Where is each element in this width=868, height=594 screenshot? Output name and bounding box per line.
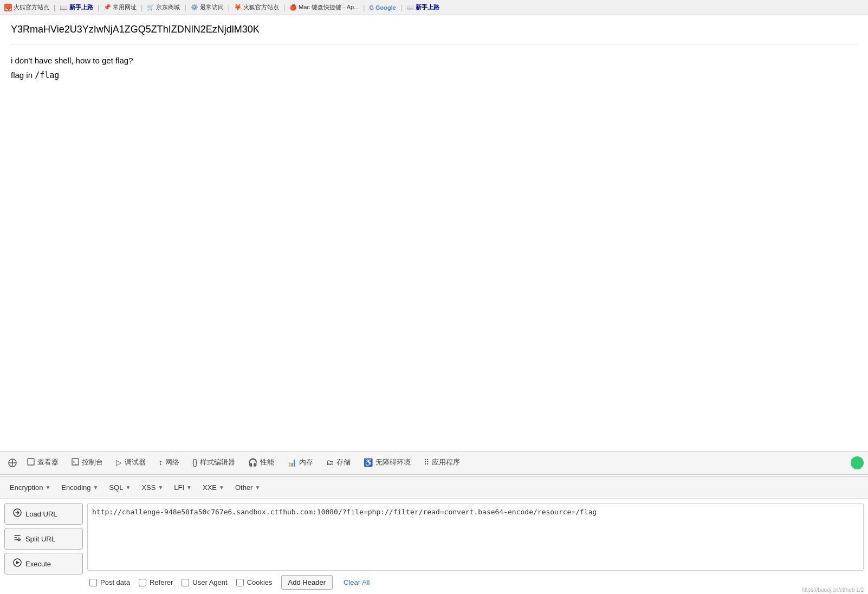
devtools-circle-icon[interactable] bbox=[851, 456, 864, 469]
devtools-bar: 查看器 >_ 控制台 ▷ 调试器 ↕ 网络 {} 样式编辑器 🎧 性能 📊 内存… bbox=[0, 451, 868, 475]
nav-item-2[interactable]: 📖 新手上路 bbox=[60, 3, 93, 11]
sql-chevron-icon: ▼ bbox=[125, 485, 131, 490]
encoding-label: Encoding bbox=[61, 483, 90, 492]
tab-console[interactable]: >_ 控制台 bbox=[65, 451, 109, 475]
xxe-dropdown[interactable]: XXE ▼ bbox=[197, 481, 230, 494]
xxe-label: XXE bbox=[203, 483, 217, 492]
xss-label: XSS bbox=[141, 483, 156, 492]
sql-label: SQL bbox=[109, 483, 123, 492]
sql-dropdown[interactable]: SQL ▼ bbox=[103, 481, 136, 494]
accessibility-icon: ♿ bbox=[364, 458, 373, 467]
watermark: https://buuoj.cn/ctfhub 1/2 bbox=[801, 587, 864, 593]
tab-inspector[interactable]: 查看器 bbox=[21, 451, 65, 475]
nav-item-9[interactable]: 📖 新手上路 bbox=[406, 3, 439, 11]
referer-checkbox-group[interactable]: Referer bbox=[139, 578, 173, 586]
encryption-label: Encryption bbox=[10, 483, 43, 492]
tab-storage[interactable]: 🗂 存储 bbox=[320, 451, 357, 475]
add-header-label: Add Header bbox=[288, 578, 326, 586]
style-editor-icon: {} bbox=[192, 458, 197, 467]
tab-console-label: 控制台 bbox=[82, 457, 103, 467]
tab-style-editor-label: 样式编辑器 bbox=[200, 457, 235, 467]
nav-item-4[interactable]: 🛒 京东商城 bbox=[147, 3, 180, 11]
tab-inspector-label: 查看器 bbox=[37, 457, 59, 467]
post-data-checkbox-group[interactable]: Post data bbox=[89, 578, 130, 586]
lfi-label: LFI bbox=[174, 483, 184, 492]
split-url-icon bbox=[12, 533, 22, 545]
hackbar-body: Load URL Split URL Execute bbox=[0, 499, 868, 594]
user-agent-checkbox-group[interactable]: User Agent bbox=[182, 578, 227, 586]
hackbar-right-panel: Post data Referer User Agent Cookies Add… bbox=[87, 503, 864, 590]
cookies-checkbox[interactable] bbox=[236, 579, 244, 586]
console-icon: >_ bbox=[72, 458, 79, 467]
flag-path: /flag bbox=[35, 70, 59, 80]
debugger-icon: ▷ bbox=[116, 458, 122, 467]
tab-performance-label: 性能 bbox=[260, 457, 274, 467]
nav-item-7[interactable]: 🍎 Mac 键盘快捷键 - Ap... bbox=[289, 3, 359, 11]
hackbar-toolbar: Encryption ▼ Encoding ▼ SQL ▼ XSS ▼ LFI … bbox=[0, 477, 868, 499]
xss-chevron-icon: ▼ bbox=[158, 485, 163, 490]
hackbar-left-panel: Load URL Split URL Execute bbox=[4, 503, 83, 590]
hackbar-footer: Post data Referer User Agent Cookies Add… bbox=[87, 575, 864, 590]
post-data-checkbox[interactable] bbox=[89, 579, 97, 586]
other-chevron-icon: ▼ bbox=[255, 485, 260, 490]
load-url-button[interactable]: Load URL bbox=[4, 503, 83, 525]
add-header-button[interactable]: Add Header bbox=[281, 575, 333, 590]
application-icon: ⠿ bbox=[424, 458, 429, 467]
nav-item-1[interactable]: 🦊 火狐官方站点 bbox=[4, 3, 49, 11]
other-label: Other bbox=[235, 483, 253, 492]
encryption-dropdown[interactable]: Encryption ▼ bbox=[4, 481, 56, 494]
performance-icon: 🎧 bbox=[248, 458, 257, 467]
execute-label: Execute bbox=[25, 560, 51, 568]
cookies-checkbox-group[interactable]: Cookies bbox=[236, 578, 273, 586]
tab-storage-label: 存储 bbox=[336, 457, 351, 467]
post-data-label: Post data bbox=[100, 578, 130, 586]
svg-text:>_: >_ bbox=[73, 460, 78, 464]
encoding-dropdown[interactable]: Encoding ▼ bbox=[56, 481, 103, 494]
nav-item-6[interactable]: 🦊 火狐官方站点 bbox=[234, 3, 279, 11]
execute-icon bbox=[12, 558, 22, 570]
hint-line2: flag in /flag bbox=[11, 68, 857, 83]
nav-item-5[interactable]: ⚙️ 最常访问 bbox=[191, 3, 224, 11]
base64-output: Y3RmaHVie2U3YzIwNjA1ZGQ5ZThIZDNlN2EzNjdl… bbox=[11, 24, 857, 44]
tab-accessibility-label: 无障碍环境 bbox=[375, 457, 411, 467]
tab-network-label: 网络 bbox=[165, 457, 179, 467]
other-dropdown[interactable]: Other ▼ bbox=[230, 481, 265, 494]
memory-icon: 📊 bbox=[287, 458, 296, 467]
xss-dropdown[interactable]: XSS ▼ bbox=[136, 481, 169, 494]
tab-debugger[interactable]: ▷ 调试器 bbox=[109, 451, 152, 475]
execute-button[interactable]: Execute bbox=[4, 553, 83, 574]
tab-memory[interactable]: 📊 内存 bbox=[281, 451, 320, 475]
split-url-button[interactable]: Split URL bbox=[4, 528, 83, 550]
lfi-chevron-icon: ▼ bbox=[186, 485, 192, 490]
tab-network[interactable]: ↕ 网络 bbox=[152, 451, 186, 475]
clear-all-button[interactable]: Clear All bbox=[341, 576, 372, 589]
clear-all-label: Clear All bbox=[344, 578, 370, 586]
load-url-icon bbox=[12, 508, 22, 520]
nav-item-8[interactable]: G Google bbox=[369, 4, 396, 11]
nav-item-3[interactable]: 📌 常用网址 bbox=[103, 3, 137, 11]
cookies-label: Cookies bbox=[247, 578, 273, 586]
hackbar: Encryption ▼ Encoding ▼ SQL ▼ XSS ▼ LFI … bbox=[0, 476, 868, 594]
browser-navbar: 🦊 火狐官方站点 | 📖 新手上路 | 📌 常用网址 | 🛒 京东商城 | ⚙️… bbox=[0, 0, 868, 15]
tab-application[interactable]: ⠿ 应用程序 bbox=[417, 451, 467, 475]
xxe-chevron-icon: ▼ bbox=[219, 485, 224, 490]
lfi-dropdown[interactable]: LFI ▼ bbox=[169, 481, 197, 494]
url-input[interactable] bbox=[87, 503, 864, 571]
network-icon: ↕ bbox=[159, 458, 163, 467]
split-url-label: Split URL bbox=[25, 535, 55, 543]
tab-style-editor[interactable]: {} 样式编辑器 bbox=[186, 451, 242, 475]
tab-application-label: 应用程序 bbox=[432, 457, 460, 467]
encryption-chevron-icon: ▼ bbox=[45, 485, 50, 490]
user-agent-checkbox[interactable] bbox=[182, 579, 189, 586]
tab-debugger-label: 调试器 bbox=[125, 457, 146, 467]
encoding-chevron-icon: ▼ bbox=[93, 485, 99, 490]
tab-memory-label: 内存 bbox=[299, 457, 313, 467]
devtools-pick-icon[interactable] bbox=[4, 455, 21, 471]
tab-accessibility[interactable]: ♿ 无障碍环境 bbox=[357, 451, 417, 475]
hint-line1: i don't have shell, how to get flag? bbox=[11, 53, 857, 68]
storage-icon: 🗂 bbox=[326, 458, 334, 467]
tab-performance[interactable]: 🎧 性能 bbox=[242, 451, 281, 475]
referer-checkbox[interactable] bbox=[139, 579, 146, 586]
load-url-label: Load URL bbox=[25, 510, 57, 518]
inspector-icon bbox=[27, 458, 35, 467]
